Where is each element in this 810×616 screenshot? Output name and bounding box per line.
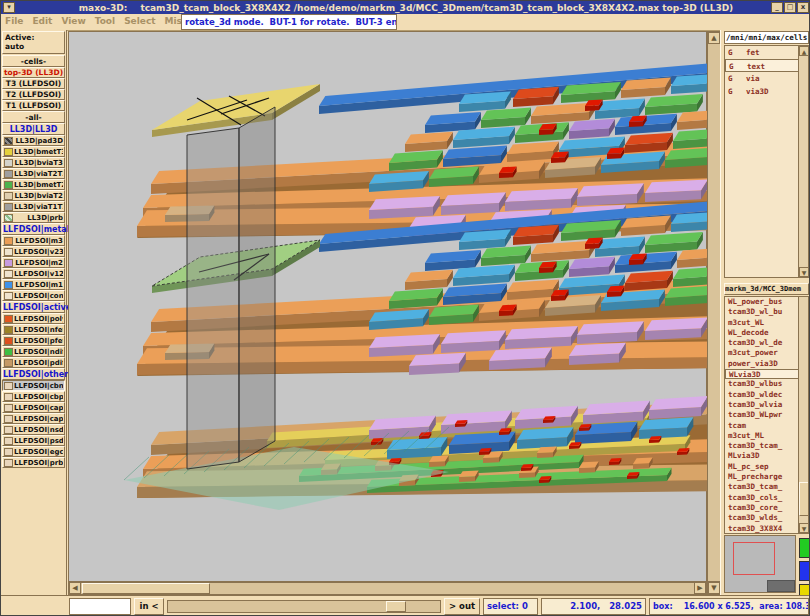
scroll-down-icon[interactable]: ▼ [799,267,809,277]
maximize-button[interactable]: □ [784,2,796,13]
layer-row[interactable]: LLFDSOI|con [2,290,65,301]
library-item[interactable]: tcam3D_wlbus [725,379,808,389]
cells-list-scrollbar[interactable]: ▲ ▼ [798,46,808,277]
layer-row[interactable]: LLFDSOI|m2 [2,257,65,268]
library-item[interactable]: WL_power_bus [725,297,808,307]
cell-item-text[interactable]: G text [725,59,808,72]
library-item[interactable]: tcam3D_cols_ [725,493,808,503]
layer-row[interactable]: LLFDSOI|capp [2,402,65,413]
palette-button[interactable]: top-3D (LL3D) [2,67,65,78]
cell-item-via[interactable]: G via [725,72,808,85]
library-item[interactable]: tcam3D_tcam_ [725,441,808,451]
scroll-down-icon[interactable]: ▼ [799,523,809,533]
layer-row[interactable]: LLFDSOI|pdif [2,357,65,368]
library-item[interactable]: tcam3D_core_ [725,503,808,513]
library-list-scrollbar[interactable]: ▼ [798,297,808,533]
menu-view[interactable]: View [61,16,85,26]
layer-row[interactable]: LL3D|bviaT2 [2,190,65,201]
scroll-right-icon[interactable]: ▶ [694,582,706,594]
cells-path-field[interactable]: /mni/mni/max/cells [724,31,809,44]
scroll-up-icon[interactable]: ▲ [708,32,720,44]
scroll-corner[interactable]: ▼ [707,582,721,595]
library-item[interactable]: tcam3D_wl_de [725,338,808,348]
layer-row[interactable]: LLFDSOI|egc [2,446,65,457]
library-item[interactable]: tcam3D_wldec [725,390,808,400]
zoom-in-button[interactable]: in < [134,598,164,615]
library-item[interactable]: tcam [725,421,808,431]
library-item[interactable]: ML_precharge [725,472,808,482]
cell-item-fet[interactable]: G fet [725,46,808,59]
layer-row[interactable]: LL3D|prb [2,212,65,223]
library-item[interactable]: WL_decode [725,328,808,338]
layer-row[interactable]: LLFDSOI|cbp [2,391,65,402]
zoom-slider[interactable] [167,600,441,613]
layer-row[interactable]: LLFDSOI|nsd [2,424,65,435]
zoom-slider-thumb[interactable] [386,601,406,612]
canvas-vscrollbar[interactable]: ▲ [707,31,721,582]
layer-row[interactable]: LLFDSOI|cbn [2,380,65,391]
library-list: WL_power_bustcam3D_wl_bum3cut_WLWL_decod… [724,296,809,534]
layer-row[interactable]: LLFDSOI|m3 [2,235,65,246]
cell-item-via3D[interactable]: G via3D [725,85,808,98]
library-item[interactable]: tcam3D_wlds_ [725,513,808,523]
scroll-up-icon[interactable]: ▲ [799,46,809,56]
layer-group-header[interactable]: LLFDSOI|other [2,368,65,380]
layer-row[interactable]: LLFDSOI|prb [2,457,65,468]
library-item[interactable]: WLvia3D [725,369,808,379]
layer-row[interactable]: LL3D|bmetT2 [2,179,65,190]
layer-row[interactable]: LLFDSOI|ndif [2,346,65,357]
layer-group-header[interactable]: LLFDSOI|active [2,301,65,313]
scroll-left-icon[interactable]: ◀ [69,582,81,594]
hscroll-thumb[interactable] [82,583,210,594]
palette-section[interactable]: -all- [2,111,65,123]
close-button[interactable]: x [797,2,809,13]
menu-edit[interactable]: Edit [32,16,52,26]
library-item[interactable]: MLvia3D [725,451,808,461]
menu-file[interactable]: File [5,16,23,26]
layer-row[interactable]: LLFDSOI|psd [2,435,65,446]
library-item[interactable]: tcam3D_tcam_ [725,482,808,492]
layer-row[interactable]: LLFDSOI|poly [2,313,65,324]
minimize-button[interactable]: _ [771,2,783,13]
viewport-3d[interactable] [68,31,707,582]
zoom-out-button[interactable]: > out [444,598,480,615]
layer-row[interactable]: LLFDSOI|m1 [2,279,65,290]
layer-group-header[interactable]: LL3D|LL3D [2,123,65,135]
overview-locator[interactable] [724,535,796,593]
view-extent-rect[interactable] [733,542,775,575]
swatch-green[interactable] [799,538,810,558]
menu-select[interactable]: Select [124,16,155,26]
palette-button[interactable]: T2 (LLFDSOI) [2,89,65,100]
library-item[interactable]: tcam3D_WLpwr [725,410,808,420]
layer-row[interactable]: LLFDSOI|capn [2,413,65,424]
palette-section[interactable]: -cells- [2,55,65,67]
library-item[interactable]: m3cut_ML [725,431,808,441]
library-item[interactable]: m3cut_WL [725,318,808,328]
layer-row[interactable]: LL3D|viaT2T3 [2,168,65,179]
library-item[interactable]: power_via3D [725,359,808,369]
library-item[interactable]: tcam3D_3X8X4 [725,524,808,534]
palette-button[interactable]: T1 (LLFDSOI) [2,100,65,111]
menu-tool[interactable]: Tool [95,16,115,26]
layer-row[interactable]: LL3D|bmetT3 [2,146,65,157]
library-item[interactable]: m3cut_power [725,348,808,358]
vscroll-thumb[interactable] [799,482,809,516]
canvas-hscrollbar[interactable]: ◀ ▶ [68,582,707,595]
window-menu-icon[interactable]: ▾ [3,2,15,13]
library-item[interactable]: ML_pc_sep [725,462,808,472]
palette-button[interactable]: T3 (LLFDSOI) [2,78,65,89]
active-cell-box: Active: auto [2,31,65,54]
layer-row[interactable]: LLFDSOI|nfet [2,324,65,335]
layer-row[interactable]: LL3D|viaT1T2 [2,201,65,212]
scroll-down-icon[interactable]: ▼ [708,582,720,594]
swatch-blue[interactable] [799,561,810,581]
drc-indicator[interactable]: drc clean [69,598,131,615]
layer-row[interactable]: LLFDSOI|pfet [2,335,65,346]
layer-row[interactable]: LL3D|pad3D [2,135,65,146]
library-item[interactable]: tcam3D_wlvia [725,400,808,410]
layer-group-header[interactable]: LLFDSOI|metal [2,223,65,235]
library-item[interactable]: tcam3D_wl_bu [725,307,808,317]
layer-row[interactable]: LL3D|bviaT3 [2,157,65,168]
layer-row[interactable]: LLFDSOI|v12 [2,268,65,279]
layer-row[interactable]: LLFDSOI|v23 [2,246,65,257]
